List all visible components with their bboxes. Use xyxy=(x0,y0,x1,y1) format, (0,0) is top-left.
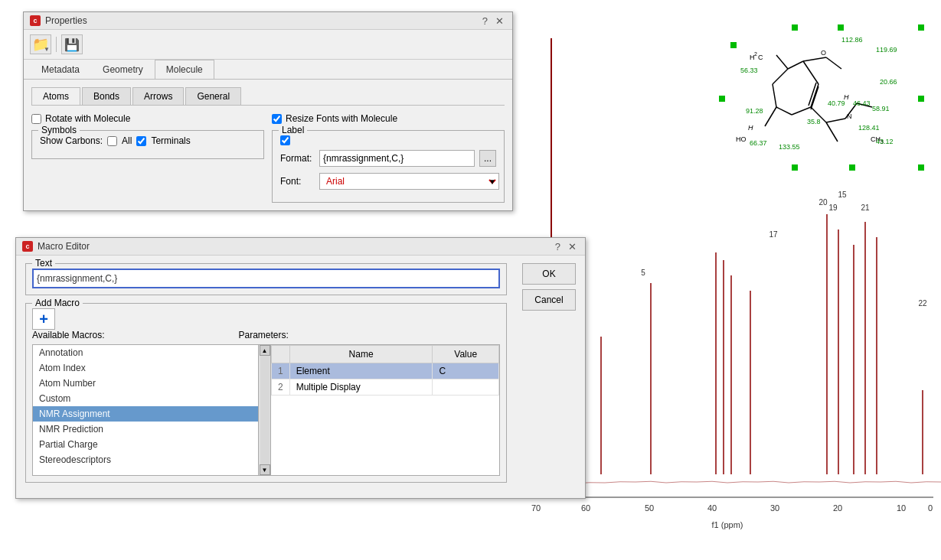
format-label: Format: xyxy=(280,153,315,164)
parameters-label: Parameters: xyxy=(239,330,289,340)
svg-text:40.79: 40.79 xyxy=(828,99,845,107)
help-button[interactable]: ? xyxy=(480,16,490,26)
macro-item-nmr-prediction[interactable]: NMR Prediction xyxy=(33,422,258,437)
tab-metadata[interactable]: Metadata xyxy=(30,60,91,79)
all-label: All xyxy=(122,135,132,146)
cancel-button[interactable]: Cancel xyxy=(522,289,576,311)
svg-text:22: 22 xyxy=(918,299,927,308)
svg-rect-39 xyxy=(849,164,855,171)
macro-title: Macro Editor xyxy=(38,241,548,252)
format-input[interactable] xyxy=(319,150,475,167)
svg-text:N: N xyxy=(847,112,852,120)
symbols-group: Symbols Show Carbons: All Terminals xyxy=(31,130,264,159)
macro-body: Text Add Macro + Available Macros: Param… xyxy=(16,256,585,498)
save-button[interactable]: 💾 xyxy=(61,34,83,54)
svg-text:50: 50 xyxy=(645,503,654,513)
svg-text:128.41: 128.41 xyxy=(858,124,880,132)
svg-text:91.28: 91.28 xyxy=(746,107,763,115)
add-macro-section: Add Macro + Available Macros: Parameters… xyxy=(25,303,507,483)
tab-geometry[interactable]: Geometry xyxy=(91,60,155,79)
svg-text:2: 2 xyxy=(754,51,757,57)
macro-item-custom[interactable]: Custom xyxy=(33,391,258,406)
svg-line-46 xyxy=(773,69,788,84)
resize-label: Resize Fonts with Molecule xyxy=(286,113,397,124)
inner-tab-bonds[interactable]: Bonds xyxy=(82,87,131,105)
svg-text:30: 30 xyxy=(770,503,779,513)
col-header-empty xyxy=(272,346,290,363)
macro-item-partial-charge[interactable]: Partial Charge xyxy=(33,437,258,452)
label-group: Label Format: ... Font: Arial ▼ xyxy=(272,130,505,203)
macros-container: Annotation Atom Index Atom Number Custom… xyxy=(32,344,500,476)
svg-text:17: 17 xyxy=(769,230,778,239)
svg-line-57 xyxy=(826,122,838,142)
ellipsis-button[interactable]: ... xyxy=(479,150,496,167)
text-input[interactable] xyxy=(32,269,500,288)
macro-titlebar: c Macro Editor ? ✕ xyxy=(16,238,585,256)
inner-tab-general[interactable]: General xyxy=(185,87,241,105)
inner-tab-atoms[interactable]: Atoms xyxy=(31,87,80,105)
terminals-checkbox[interactable] xyxy=(136,136,146,146)
svg-text:10: 10 xyxy=(897,503,906,513)
scroll-down-button[interactable]: ▼ xyxy=(260,464,270,475)
format-row: Format: ... xyxy=(280,150,496,167)
svg-text:46.43: 46.43 xyxy=(853,99,871,107)
inner-tab-arrows[interactable]: Arrows xyxy=(132,87,184,105)
param-row-1[interactable]: 1 Element C xyxy=(272,363,499,379)
param-name-2[interactable]: Multiple Display xyxy=(289,379,433,396)
macro-item-annotation[interactable]: Annotation xyxy=(33,345,258,360)
param-value-1[interactable]: C xyxy=(433,363,499,379)
svg-line-43 xyxy=(792,107,811,115)
macro-item-atom-number[interactable]: Atom Number xyxy=(33,376,258,391)
macro-close-button[interactable]: ✕ xyxy=(566,242,579,252)
add-macro-button[interactable]: + xyxy=(32,308,55,330)
scroll-up-button[interactable]: ▲ xyxy=(260,345,270,356)
label-enable-row xyxy=(280,135,496,145)
param-value-2[interactable] xyxy=(433,379,499,396)
available-macros-label: Available Macros: xyxy=(32,330,105,340)
macro-item-stereodescriptors[interactable]: Stereodescriptors xyxy=(33,452,258,467)
window-controls: ? ✕ xyxy=(480,16,506,26)
macro-item-atom-index[interactable]: Atom Index xyxy=(33,360,258,376)
macro-editor-window: c Macro Editor ? ✕ Text Add Macro + Avai xyxy=(15,237,586,499)
svg-text:66.37: 66.37 xyxy=(750,139,767,147)
macros-list-wrapper: Annotation Atom Index Atom Number Custom… xyxy=(33,345,270,475)
font-select[interactable]: Arial xyxy=(319,173,499,190)
svg-text:133.55: 133.55 xyxy=(779,143,800,151)
svg-text:112.86: 112.86 xyxy=(841,36,863,44)
svg-rect-36 xyxy=(918,96,924,102)
svg-text:35.8: 35.8 xyxy=(807,118,821,125)
text-section: Text xyxy=(25,263,507,295)
close-button[interactable]: ✕ xyxy=(493,16,506,26)
macro-app-icon: c xyxy=(22,241,33,252)
symbols-group-label: Symbols xyxy=(38,125,80,135)
rotate-checkbox[interactable] xyxy=(31,114,41,124)
svg-rect-33 xyxy=(838,24,844,31)
app-icon: c xyxy=(30,15,41,26)
macro-window-controls: ? ✕ xyxy=(553,242,579,252)
macro-item-nmr-assignment[interactable]: NMR Assignment xyxy=(33,406,258,422)
param-row-2[interactable]: 2 Multiple Display xyxy=(272,379,499,396)
tab-molecule[interactable]: Molecule xyxy=(155,60,214,79)
label-enable-checkbox[interactable] xyxy=(280,135,290,145)
svg-line-53 xyxy=(765,107,776,126)
show-carbons-row: Show Carbons: All Terminals xyxy=(40,135,256,146)
svg-text:119.69: 119.69 xyxy=(876,46,897,54)
svg-line-52 xyxy=(776,55,788,69)
prop-content: Rotate with Molecule Symbols Show Carbon… xyxy=(31,113,505,203)
resize-checkbox[interactable] xyxy=(272,114,282,124)
svg-rect-32 xyxy=(792,24,798,31)
param-name-1[interactable]: Element xyxy=(289,363,433,379)
font-row: Font: Arial ▼ xyxy=(280,173,496,190)
macros-list[interactable]: Annotation Atom Index Atom Number Custom… xyxy=(33,345,258,475)
svg-line-44 xyxy=(776,107,792,115)
ok-button[interactable]: OK xyxy=(522,263,576,285)
molecule-structure: H H O H 2 C HO N CH 3 112.86 119.69 20.6… xyxy=(658,23,933,230)
svg-text:60: 60 xyxy=(581,503,590,513)
label-group-label: Label xyxy=(279,125,307,135)
prop-right: Resize Fonts with Molecule Label Format:… xyxy=(272,113,505,203)
properties-body: Atoms Bonds Arrows General Rotate with M… xyxy=(24,80,512,210)
properties-window: c Properties ? ✕ 📁 ▼ 💾 Metadata Geometry… xyxy=(23,11,513,211)
inner-tabs: Atoms Bonds Arrows General xyxy=(31,87,505,106)
all-checkbox[interactable] xyxy=(107,136,117,146)
macro-help-button[interactable]: ? xyxy=(553,242,563,252)
